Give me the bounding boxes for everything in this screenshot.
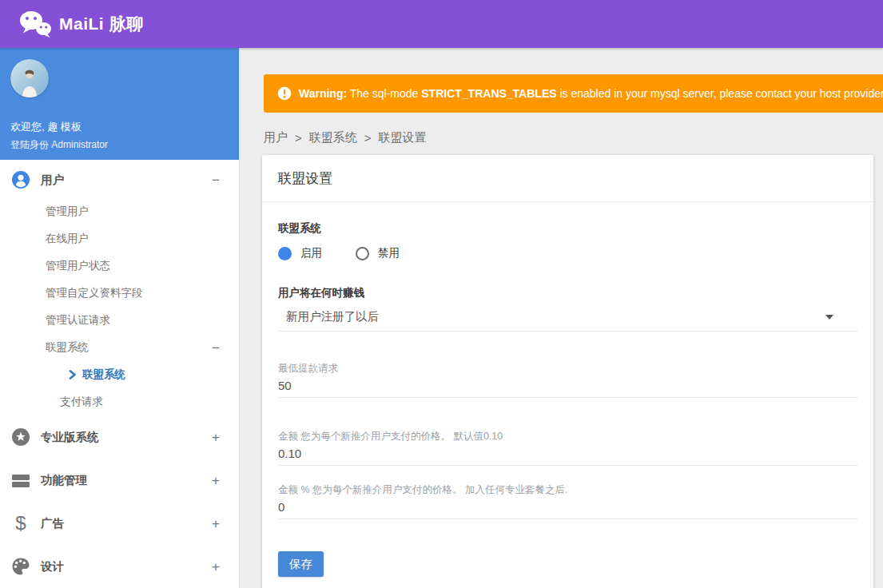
affiliate-system-group: 联盟系统 启用 禁用 [278,221,857,260]
main-content: Warning: The sql-mode STRICT_TRANS_TABLE… [240,48,883,588]
exclamation-circle-icon [277,86,292,101]
dollar-icon: $ [11,514,30,533]
breadcrumb-affiliate-system[interactable]: 联盟系统 [309,130,357,145]
sidebar-item-affiliate-group[interactable]: 联盟系统 − [0,334,239,361]
sidebar-subitem-label: 管理自定义资料字段 [46,286,143,300]
warning-banner: Warning: The sql-mode STRICT_TRANS_TABLE… [264,74,883,113]
sidebar-subitem-label: 管理用户 [46,205,89,219]
radio-disable[interactable]: 禁用 [356,246,400,260]
star-icon [11,427,30,447]
affiliate-system-label: 联盟系统 [278,221,857,236]
radio-disable-label: 禁用 [378,246,400,260]
sidebar-item-label: 设计 [41,559,64,574]
earn-when-label: 用户将在何时赚钱 [278,286,857,300]
earn-when-value: 新用户注册了以后 [286,309,379,324]
breadcrumb-separator: > [364,131,372,145]
breadcrumb-users[interactable]: 用户 [264,130,288,145]
user-icon [11,170,30,189]
breadcrumb-current: 联盟设置 [379,130,427,145]
sidebar-item-affiliate-system-active[interactable]: 联盟系统 [0,361,239,388]
radio-enable[interactable]: 启用 [278,246,322,260]
sidebar-item-manage-users[interactable]: 管理用户 [0,198,239,225]
percent-per-referral-label: 金额 % 您为每个新推介用户支付的价格。 加入任何专业套餐之后. [278,483,857,497]
sidebar-item-design[interactable]: 设计 + [0,545,239,588]
expand-plus-icon[interactable]: + [212,474,220,487]
sidebar-item-user-status[interactable]: 管理用户状态 [0,252,239,280]
sidebar-item-label: 功能管理 [41,473,87,488]
sidebar-item-users[interactable]: 用户 − [0,161,239,198]
radio-unselected-icon[interactable] [356,247,369,260]
warning-text: Warning: The sql-mode STRICT_TRANS_TABLE… [299,87,883,100]
topbar: MaiLi 脉聊 [0,0,883,48]
wechat-logo-icon [19,10,51,38]
save-button[interactable]: 保存 [278,551,324,577]
role-text: 登陆身份 Administrator [10,138,226,152]
amount-per-referral-field: 金额 您为每个新推介用户支付的价格。 默认值0.10 [278,430,857,466]
sidebar-subitem-label: 联盟系统 [46,340,89,355]
sidebar-profile: 欢迎您, 趣 模板 登陆身份 Administrator [0,48,239,160]
radio-selected-icon[interactable] [278,247,292,260]
sidebar-subitem-label: 管理认证请求 [46,313,110,328]
expand-plus-icon[interactable]: + [212,560,220,574]
earn-when-group: 用户将在何时赚钱 新用户注册了以后 [278,286,857,332]
panel-title: 联盟设置 [262,155,873,202]
affiliate-settings-panel: 联盟设置 联盟系统 启用 禁用 用户将在何时赚钱 [262,155,873,588]
brand-title: MaiLi 脉聊 [59,13,144,35]
sidebar-item-label: 广告 [41,516,64,531]
sidebar-item-pro-system[interactable]: 专业版系统 + [0,415,239,459]
percent-per-referral-input[interactable] [278,497,857,519]
sidebar-item-label: 用户 [41,173,64,188]
amount-per-referral-input[interactable] [278,443,857,466]
min-withdraw-field: 最低提款请求 [278,362,857,398]
bars-icon [11,471,30,490]
expand-plus-icon[interactable]: + [212,517,220,530]
sidebar-item-ads[interactable]: $ 广告 + [0,502,239,545]
min-withdraw-label: 最低提款请求 [278,362,857,375]
earn-when-select[interactable]: 新用户注册了以后 [278,309,857,332]
collapse-minus-icon[interactable]: − [212,341,220,355]
expand-plus-icon[interactable]: + [212,431,220,444]
sidebar-item-feature-management[interactable]: 功能管理 + [0,459,239,502]
collapse-minus-icon[interactable]: − [212,173,220,187]
avatar[interactable] [10,59,49,97]
amount-per-referral-label: 金额 您为每个新推介用户支付的价格。 默认值0.10 [278,430,857,443]
sidebar-subitem-label: 联盟系统 [82,368,125,382]
sidebar-item-custom-fields[interactable]: 管理自定义资料字段 [0,280,239,307]
sidebar-subitem-label: 在线用户 [46,232,89,246]
sidebar-item-payment-requests[interactable]: 支付请求 [0,388,239,415]
sidebar-subitem-label: 管理用户状态 [46,259,110,273]
caret-down-icon [825,315,833,320]
panel-body: 联盟系统 启用 禁用 用户将在何时赚钱 新用户注册了以后 [262,202,873,588]
affiliate-system-radios: 启用 禁用 [278,246,857,260]
breadcrumb: 用户 > 联盟系统 > 联盟设置 [264,130,883,145]
chevron-right-icon [69,370,77,379]
percent-per-referral-field: 金额 % 您为每个新推介用户支付的价格。 加入任何专业套餐之后. [278,483,857,519]
sidebar-menu: 用户 − 管理用户 在线用户 管理用户状态 管理自定义资料字段 管理认证请求 联… [0,160,239,588]
radio-enable-label: 启用 [300,246,322,260]
sidebar-item-verification-requests[interactable]: 管理认证请求 [0,307,239,334]
sidebar-subitem-label: 支付请求 [60,395,103,409]
breadcrumb-separator: > [295,131,302,145]
welcome-text: 欢迎您, 趣 模板 [10,120,226,134]
sidebar-item-online-users[interactable]: 在线用户 [0,225,239,252]
palette-icon [11,557,30,576]
sidebar-item-label: 专业版系统 [41,430,99,445]
min-withdraw-input[interactable] [278,375,857,398]
sidebar: 欢迎您, 趣 模板 登陆身份 Administrator 用户 − 管理用户 在… [0,48,240,588]
